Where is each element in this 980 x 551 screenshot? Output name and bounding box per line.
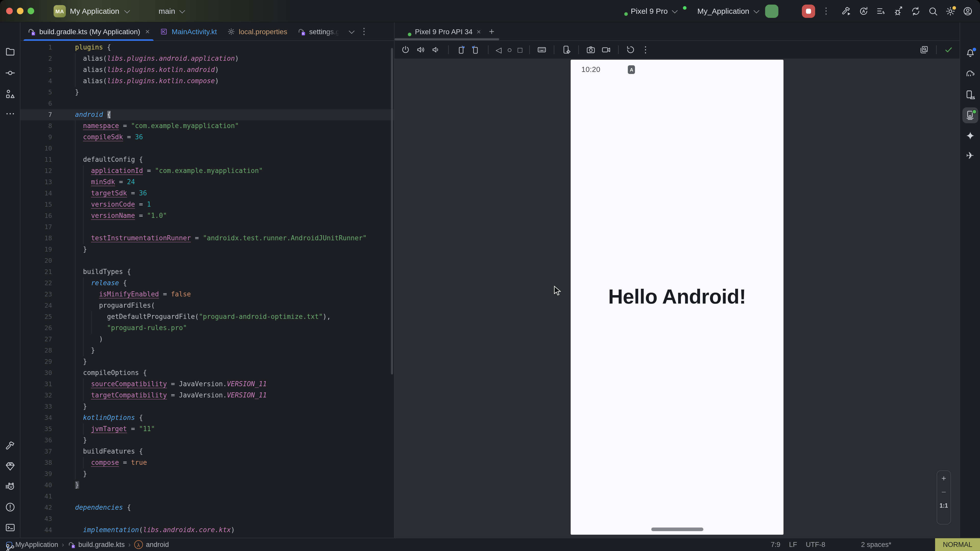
caret-position[interactable]: 7:9 bbox=[771, 541, 780, 548]
hidden-tabs-chevron-icon[interactable] bbox=[348, 28, 355, 34]
breadcrumb-separator: › bbox=[62, 541, 64, 548]
logcat-tool-icon[interactable] bbox=[5, 481, 15, 492]
rotate-left-icon[interactable] bbox=[456, 45, 466, 55]
tab-mainactivity-kt[interactable]: MainActivity.kt bbox=[155, 22, 222, 41]
intention-lightbulb-icon[interactable] bbox=[69, 140, 77, 148]
zoom-in-button[interactable]: + bbox=[942, 475, 946, 483]
device-status-ok-icon[interactable] bbox=[944, 45, 953, 55]
editor-scrollbar[interactable] bbox=[391, 48, 393, 375]
power-icon[interactable] bbox=[401, 45, 410, 55]
screenshot-icon[interactable] bbox=[586, 45, 596, 55]
gradle-sync-icon[interactable] bbox=[911, 6, 921, 16]
build-tool-icon[interactable] bbox=[5, 441, 15, 451]
tab-scrollbar[interactable] bbox=[395, 38, 499, 40]
git-branch-icon bbox=[146, 6, 155, 15]
close-tab-icon[interactable]: × bbox=[145, 27, 150, 36]
zoom-actual-size-button[interactable]: 1:1 bbox=[939, 502, 948, 508]
debug-icon[interactable] bbox=[785, 6, 795, 16]
running-devices-icon[interactable] bbox=[965, 110, 975, 121]
android-back-icon[interactable]: ◁ bbox=[496, 46, 501, 54]
line-number: 2 bbox=[21, 53, 52, 64]
breadcrumb-item[interactable]: Kbuild.gradle.kts bbox=[68, 541, 125, 548]
close-window-button[interactable] bbox=[6, 8, 13, 14]
settings-icon[interactable] bbox=[945, 6, 956, 16]
vim-mode-badge: NORMAL bbox=[935, 538, 980, 551]
run-configuration[interactable]: My_Application bbox=[684, 6, 759, 16]
inspections-ok-icon[interactable] bbox=[380, 45, 388, 53]
add-device-icon[interactable]: + bbox=[489, 27, 494, 36]
gemini-icon[interactable] bbox=[965, 130, 975, 141]
tab-options-icon[interactable]: ⋮ bbox=[360, 27, 368, 36]
screen-record-icon[interactable] bbox=[601, 45, 611, 55]
code-line: 43 bbox=[21, 513, 394, 524]
project-tool-icon[interactable] bbox=[5, 46, 15, 57]
build-icon[interactable] bbox=[841, 6, 851, 16]
code-line: 31 sourceCompatibility = JavaVersion.VER… bbox=[21, 379, 394, 390]
file-encoding[interactable]: UTF-8 bbox=[806, 541, 825, 548]
problems-tool-icon[interactable] bbox=[5, 502, 15, 513]
breadcrumb-item[interactable]: λandroid bbox=[134, 540, 169, 549]
branch-widget[interactable]: main bbox=[146, 6, 184, 15]
version-control-tool-icon[interactable] bbox=[5, 543, 15, 551]
emulator-screen[interactable]: 10:20 A Hello Android! bbox=[571, 60, 783, 535]
ai-assistant-off-icon[interactable] bbox=[834, 540, 842, 549]
profiler-icon[interactable] bbox=[893, 6, 904, 16]
code-line: 6 bbox=[21, 98, 394, 109]
code-line: 12 applicationId = "com.example.myapplic… bbox=[21, 165, 394, 176]
device-selector[interactable]: Pixel 9 Pro bbox=[617, 6, 677, 16]
indent-setting[interactable]: 2 spaces* bbox=[851, 541, 891, 548]
profiler-tool-icon[interactable] bbox=[5, 461, 15, 472]
line-number: 40 bbox=[21, 480, 52, 491]
breadcrumbs: MyApplication›Kbuild.gradle.kts›λandroid bbox=[6, 540, 169, 549]
notifications-icon[interactable] bbox=[965, 48, 975, 59]
tab-label: settings.g bbox=[309, 27, 340, 35]
svg-text:K: K bbox=[32, 32, 35, 35]
code-editor[interactable]: 1plugins {2 alias(libs.plugins.android.a… bbox=[21, 41, 394, 538]
keyboard-input-icon[interactable] bbox=[537, 45, 547, 55]
rotate-right-icon[interactable] bbox=[471, 45, 481, 55]
gradle-tool-icon[interactable] bbox=[965, 68, 975, 79]
tab-local-properties[interactable]: local.properties bbox=[222, 22, 293, 41]
app-insights-icon[interactable]: ✈ bbox=[966, 151, 974, 160]
home-indicator[interactable] bbox=[651, 527, 703, 531]
zoom-to-fit-button[interactable] bbox=[941, 514, 947, 520]
code-line: 14 targetSdk = 36 bbox=[21, 188, 394, 199]
rerun-button[interactable] bbox=[765, 4, 778, 17]
tab-settings-gradle[interactable]: Ksettings.g bbox=[293, 22, 345, 41]
zoom-window-button[interactable] bbox=[27, 8, 34, 14]
device-more-icon[interactable]: ⋮ bbox=[641, 45, 650, 54]
search-everywhere-icon[interactable] bbox=[928, 6, 938, 16]
volume-down-icon[interactable] bbox=[431, 45, 441, 55]
minimize-window-button[interactable] bbox=[17, 8, 24, 14]
device-phone-icon bbox=[617, 6, 627, 16]
line-number: 42 bbox=[21, 502, 52, 513]
line-number: 13 bbox=[21, 176, 52, 188]
device-tab[interactable]: Pixel 9 Pro API 34 × bbox=[398, 27, 485, 36]
account-icon[interactable] bbox=[963, 6, 973, 16]
tab-build-gradle-kts[interactable]: Kbuild.gradle.kts (My Application)× bbox=[22, 22, 155, 41]
unlock-icon[interactable] bbox=[900, 541, 907, 548]
apply-changes-icon[interactable]: A bbox=[859, 6, 869, 16]
device-reset-icon[interactable] bbox=[626, 45, 636, 55]
android-home-icon[interactable]: ○ bbox=[507, 46, 512, 54]
close-device-tab-icon[interactable]: × bbox=[477, 28, 481, 35]
structure-tool-icon[interactable] bbox=[5, 89, 15, 99]
terminal-tool-icon[interactable] bbox=[5, 522, 15, 533]
device-manager-icon[interactable] bbox=[965, 89, 975, 100]
zoom-out-button[interactable]: − bbox=[942, 489, 946, 497]
android-overview-icon[interactable]: □ bbox=[517, 46, 522, 54]
stop-button[interactable] bbox=[802, 4, 815, 17]
line-separator[interactable]: LF bbox=[789, 541, 797, 548]
build-variants-icon[interactable] bbox=[876, 6, 886, 16]
toolbar-separator bbox=[936, 45, 937, 54]
line-number: 35 bbox=[21, 424, 52, 435]
more-tools-icon[interactable] bbox=[5, 108, 15, 119]
more-run-options-icon[interactable]: ⋮ bbox=[822, 6, 830, 15]
vim-plugin-icon[interactable] bbox=[916, 540, 924, 549]
device-settings-icon[interactable] bbox=[562, 45, 571, 55]
line-number: 21 bbox=[21, 266, 52, 278]
project-widget[interactable]: MA My Application bbox=[54, 5, 129, 17]
layout-inspector-icon[interactable] bbox=[919, 45, 929, 55]
volume-up-icon[interactable] bbox=[416, 45, 426, 55]
commit-tool-icon[interactable] bbox=[5, 68, 15, 78]
